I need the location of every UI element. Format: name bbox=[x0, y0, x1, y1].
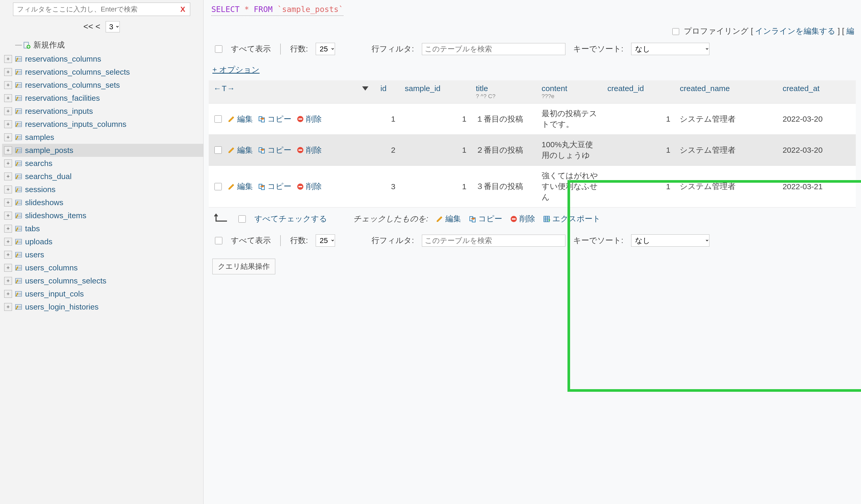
row-edit-link[interactable]: 編集 bbox=[228, 145, 253, 155]
expand-icon[interactable]: + bbox=[4, 225, 12, 233]
row-copy-link[interactable]: コピー bbox=[258, 181, 291, 192]
sidebar-table-reservations_facilities[interactable]: +reservations_facilities bbox=[2, 92, 203, 105]
clear-filter-icon[interactable]: X bbox=[179, 5, 187, 14]
sidebar-table-tabs[interactable]: +tabs bbox=[2, 222, 203, 235]
delete-icon bbox=[297, 115, 304, 123]
row-delete-link[interactable]: 削除 bbox=[297, 145, 322, 155]
sidebar-table-samples[interactable]: +samples bbox=[2, 131, 203, 144]
sort-select[interactable]: なし bbox=[631, 43, 709, 55]
row-delete-link[interactable]: 削除 bbox=[297, 114, 322, 124]
inline-edit-link[interactable]: インラインを編集する bbox=[755, 27, 835, 35]
show-all-label-bottom[interactable]: すべて表示 bbox=[231, 235, 271, 246]
bulk-copy-link[interactable]: コピー bbox=[469, 214, 502, 224]
sidebar: X << < 3 新規作成 +reservations_columns+rese… bbox=[0, 0, 204, 504]
options-toggle-link[interactable]: + オプション bbox=[213, 65, 260, 75]
expand-icon[interactable]: + bbox=[4, 120, 12, 128]
sidebar-table-users_input_cols[interactable]: +users_input_cols bbox=[2, 287, 203, 300]
sidebar-table-slideshows[interactable]: +slideshows bbox=[2, 196, 203, 209]
row-delete-link[interactable]: 削除 bbox=[297, 181, 322, 192]
row-edit-link[interactable]: 編集 bbox=[228, 114, 253, 124]
expand-icon[interactable]: + bbox=[4, 251, 12, 259]
copy-icon bbox=[258, 115, 265, 123]
expand-icon[interactable]: + bbox=[4, 147, 12, 154]
expand-icon[interactable]: + bbox=[4, 264, 12, 272]
prev-page-arrows[interactable]: << < bbox=[83, 22, 100, 31]
sidebar-table-slideshows_items[interactable]: +slideshows_items bbox=[2, 209, 203, 222]
expand-icon[interactable]: + bbox=[4, 133, 12, 141]
check-all-checkbox[interactable] bbox=[238, 215, 246, 223]
col-sample-id[interactable]: sample_id bbox=[400, 80, 471, 104]
expand-icon[interactable]: + bbox=[4, 94, 12, 102]
sidebar-table-reservations_columns_selects[interactable]: +reservations_columns_selects bbox=[2, 66, 203, 79]
sidebar-table-users_columns_selects[interactable]: +users_columns_selects bbox=[2, 274, 203, 287]
show-all-checkbox-bottom[interactable] bbox=[215, 237, 222, 244]
expand-icon[interactable]: + bbox=[4, 68, 12, 76]
bulk-edit-link[interactable]: 編集 bbox=[436, 214, 461, 224]
sidebar-table-uploads[interactable]: +uploads bbox=[2, 235, 203, 248]
sidebar-table-reservations_columns[interactable]: +reservations_columns bbox=[2, 53, 203, 66]
main-content: SELECT * FROM `sample_posts` プロファイリング [ … bbox=[204, 0, 861, 504]
expand-icon[interactable]: + bbox=[4, 55, 12, 63]
new-table-item[interactable]: 新規作成 bbox=[2, 38, 203, 53]
cell-id: 3 bbox=[376, 166, 400, 207]
table-icon bbox=[15, 120, 23, 128]
col-title[interactable]: title ? ^? C? bbox=[471, 80, 537, 104]
expand-icon[interactable]: + bbox=[4, 238, 12, 246]
edit-link-partial[interactable]: 編 bbox=[846, 27, 854, 35]
rows-select-bottom[interactable]: 25 bbox=[316, 234, 335, 247]
expand-icon[interactable]: + bbox=[4, 160, 12, 167]
col-id[interactable]: id bbox=[376, 80, 400, 104]
tree-page-select[interactable]: 3 bbox=[106, 21, 120, 32]
sidebar-table-users_login_histories[interactable]: +users_login_histories bbox=[2, 300, 203, 313]
sort-select-bottom[interactable]: なし bbox=[631, 234, 709, 247]
sidebar-table-users[interactable]: +users bbox=[2, 248, 203, 261]
row-checkbox[interactable] bbox=[215, 183, 222, 190]
expand-icon[interactable]: + bbox=[4, 107, 12, 115]
sort-triangle-icon[interactable] bbox=[362, 86, 368, 91]
profiling-checkbox[interactable] bbox=[672, 28, 679, 35]
row-edit-link[interactable]: 編集 bbox=[228, 181, 253, 192]
col-created-id[interactable]: created_id bbox=[603, 80, 675, 104]
expand-icon[interactable]: + bbox=[4, 277, 12, 285]
sidebar-table-sample_posts[interactable]: +sample_posts bbox=[2, 144, 203, 157]
rowfilter-input-bottom[interactable] bbox=[422, 235, 565, 247]
col-created-at[interactable]: created_at bbox=[778, 80, 856, 104]
row-copy-link[interactable]: コピー bbox=[258, 114, 291, 124]
sidebar-table-searchs[interactable]: +searchs bbox=[2, 157, 203, 170]
expand-icon[interactable]: + bbox=[4, 199, 12, 206]
show-all-label[interactable]: すべて表示 bbox=[231, 44, 271, 54]
sidebar-table-users_columns[interactable]: +users_columns bbox=[2, 261, 203, 274]
profiling-label[interactable]: プロファイリング bbox=[684, 27, 749, 35]
cell-created-name: システム管理者 bbox=[675, 135, 778, 166]
expand-icon[interactable]: + bbox=[4, 173, 12, 180]
rowfilter-input[interactable] bbox=[422, 43, 565, 55]
expand-icon[interactable]: + bbox=[4, 290, 12, 298]
table-filter-input[interactable] bbox=[16, 5, 179, 14]
sidebar-table-reservations_columns_sets[interactable]: +reservations_columns_sets bbox=[2, 79, 203, 92]
sidebar-table-searchs_dual[interactable]: +searchs_dual bbox=[2, 170, 203, 183]
expand-icon[interactable]: + bbox=[4, 303, 12, 311]
row-checkbox[interactable] bbox=[215, 147, 222, 154]
sidebar-table-reservations_inputs[interactable]: +reservations_inputs bbox=[2, 105, 203, 118]
row-checkbox[interactable] bbox=[215, 115, 222, 123]
table-icon bbox=[15, 186, 23, 193]
sidebar-table-reservations_inputs_columns[interactable]: +reservations_inputs_columns bbox=[2, 118, 203, 131]
cell-created-id: 1 bbox=[603, 104, 675, 135]
row-actions-arrows[interactable]: ←T→ bbox=[214, 84, 235, 93]
table-icon bbox=[15, 68, 23, 76]
col-content[interactable]: content ???e bbox=[537, 80, 603, 104]
expand-icon[interactable]: + bbox=[4, 81, 12, 89]
sidebar-table-sessions[interactable]: +sessions bbox=[2, 183, 203, 196]
row-copy-link[interactable]: コピー bbox=[258, 145, 291, 155]
query-result-ops-button[interactable]: クエリ結果操作 bbox=[213, 259, 275, 274]
rows-select[interactable]: 25 bbox=[316, 43, 335, 55]
check-all-link[interactable]: すべてチェックする bbox=[255, 214, 327, 224]
bulk-delete-link[interactable]: 削除 bbox=[510, 214, 535, 224]
bulk-export-link[interactable]: エクスポート bbox=[543, 214, 601, 224]
sql-query-display[interactable]: SELECT * FROM `sample_posts` bbox=[211, 5, 343, 16]
table-icon bbox=[15, 160, 23, 167]
show-all-checkbox[interactable] bbox=[215, 45, 222, 53]
expand-icon[interactable]: + bbox=[4, 212, 12, 219]
col-created-name[interactable]: created_name bbox=[675, 80, 778, 104]
expand-icon[interactable]: + bbox=[4, 186, 12, 193]
